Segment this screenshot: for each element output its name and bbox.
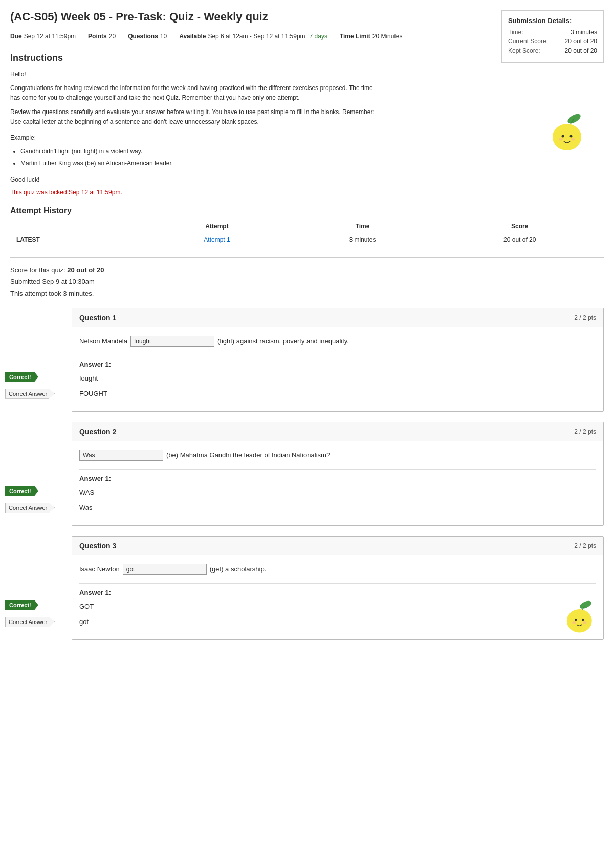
question-1-input[interactable] — [130, 336, 214, 347]
question-3-answer-block: Correct! GOT Correct Answer got — [79, 600, 596, 628]
question-3-correct-answer-badge: Correct Answer — [5, 617, 55, 627]
submission-details-panel: Submission Details: Time: 3 minutes Curr… — [501, 10, 604, 63]
question-2-after: (be) Mahatma Gandhi the leader of Indian… — [166, 451, 330, 459]
question-2-pts: 2 / 2 pts — [574, 428, 596, 435]
meta-available-value: Sep 6 at 12am - Sep 12 at 11:59pm — [208, 33, 305, 40]
submission-current-score-row: Current Score: 20 out of 20 — [508, 38, 597, 45]
meta-time-limit-value: 20 Minutes — [372, 33, 403, 40]
svg-point-2 — [553, 124, 581, 150]
question-3-fill-blank: Isaac Newton (get) a scholarship. — [79, 564, 596, 575]
submission-time-value: 3 minutes — [571, 29, 597, 36]
attempt-table-header-row: Attempt Time Score — [10, 219, 604, 233]
submission-time-label: Time: — [508, 29, 523, 36]
svg-point-3 — [562, 135, 564, 138]
col-header-empty — [10, 219, 144, 233]
attempt-link-cell[interactable]: Attempt 1 — [144, 233, 289, 247]
question-1-header: Question 1 2 / 2 pts — [72, 308, 603, 327]
question-3-badge-area: Correct! — [5, 600, 38, 613]
submission-details-heading: Submission Details: — [508, 17, 597, 25]
attempt-score-cell: 20 out of 20 — [435, 233, 604, 247]
question-2-input[interactable] — [79, 450, 163, 461]
col-header-attempt: Attempt — [144, 219, 289, 233]
meta-due-label: Due — [10, 33, 22, 40]
attempt-history-section: Attempt History Attempt Time Score LATES… — [10, 206, 604, 247]
example-item-2: Martin Luther King was (be) an African-A… — [20, 159, 379, 168]
question-1-correct-answer-value: FOUGHT — [79, 390, 107, 397]
question-3-correct-answer-value: got — [79, 618, 89, 626]
instructions-para2: Review the questions carefully and evalu… — [10, 107, 379, 127]
lemon-character-bottom — [562, 598, 598, 634]
meta-points-value: 20 — [109, 33, 116, 40]
instructions-section: Instructions Hello! Congratulations for … — [10, 53, 604, 196]
question-1-correct-answer-line: Correct Answer FOUGHT — [79, 388, 596, 400]
question-2-correct-answer-line: Correct Answer Was — [79, 502, 596, 514]
question-2-correct-answer-badge-area: Correct Answer — [5, 503, 55, 513]
question-1-after: (fight) against racism, poverty and ineq… — [217, 337, 349, 345]
submission-kept-score-value: 20 out of 20 — [565, 47, 597, 54]
question-1-body: Nelson Mandela (fight) against racism, p… — [72, 327, 603, 411]
svg-point-6 — [571, 138, 575, 141]
question-3-after: (get) a scholarship. — [210, 565, 267, 573]
question-2-body: (be) Mahatma Gandhi the leader of Indian… — [72, 441, 603, 525]
question-3-input[interactable] — [123, 564, 207, 575]
question-2-correct-badge: Correct! — [5, 486, 38, 496]
locked-note: This quiz was locked Sep 12 at 11:59pm. — [10, 189, 604, 196]
attempt-row: LATEST Attempt 1 3 minutes 20 out of 20 — [10, 233, 604, 247]
svg-point-11 — [582, 619, 584, 621]
score-summary: Score for this quiz: 20 out of 20 Submit… — [10, 257, 604, 300]
questions-container: Question 1 2 / 2 pts Nelson Mandela (fig… — [72, 308, 604, 640]
meta-due-value: Sep 12 at 11:59pm — [24, 33, 76, 40]
question-2-correct-answer-badge: Correct Answer — [5, 503, 55, 513]
submission-kept-score-row: Kept Score: 20 out of 20 — [508, 47, 597, 54]
instructions-para1: Congratulations for having reviewed the … — [10, 83, 379, 103]
question-1-answer-label: Answer 1: — [79, 355, 596, 368]
question-1-correct-answer-badge: Correct Answer — [5, 389, 55, 399]
question-3-correct-answer-badge-area: Correct Answer — [5, 617, 55, 627]
question-2-header: Question 2 2 / 2 pts — [72, 422, 603, 441]
svg-point-4 — [570, 135, 573, 138]
meta-points: Points 20 — [88, 33, 116, 40]
question-2-title: Question 2 — [79, 428, 116, 436]
svg-point-7 — [579, 599, 593, 610]
duration-line: This attempt took 3 minutes. — [10, 287, 604, 299]
attempt-1-link[interactable]: Attempt 1 — [204, 236, 230, 243]
question-1-block: Question 1 2 / 2 pts Nelson Mandela (fig… — [72, 308, 604, 412]
question-1-correct-badge: Correct! — [5, 372, 38, 382]
question-2-block: Question 2 2 / 2 pts (be) Mahatma Gandhi… — [72, 422, 604, 526]
meta-due: Due Sep 12 at 11:59pm — [10, 33, 76, 40]
meta-available-days: 7 days — [310, 33, 327, 40]
question-1-student-answer: fought — [79, 374, 98, 382]
example-list: Gandhi didn't fight (not fight) in a vio… — [10, 147, 379, 168]
question-2-correct-line: Correct! WAS — [79, 486, 596, 499]
question-3-before: Isaac Newton — [79, 565, 120, 573]
meta-points-label: Points — [88, 33, 107, 40]
question-2-student-answer: WAS — [79, 488, 94, 496]
lemon-character-top — [547, 113, 588, 153]
attempt-history-title: Attempt History — [10, 206, 604, 215]
example-label: Example: — [10, 133, 379, 143]
instructions-content: Hello! Congratulations for having review… — [10, 70, 379, 185]
meta-time-limit: Time Limit 20 Minutes — [340, 33, 403, 40]
question-3-title: Question 3 — [79, 542, 116, 550]
question-3-block: Question 3 2 / 2 pts Isaac Newton (get) … — [72, 536, 604, 640]
submitted-line: Submitted Sep 9 at 10:30am — [10, 276, 604, 287]
meta-questions-label: Questions — [128, 33, 158, 40]
question-1-correct-line: Correct! fought — [79, 372, 596, 385]
question-1-title: Question 1 — [79, 314, 116, 322]
good-luck: Good luck! — [10, 175, 379, 185]
svg-point-10 — [575, 619, 577, 621]
submission-current-score-label: Current Score: — [508, 38, 548, 45]
attempt-time-cell: 3 minutes — [290, 233, 436, 247]
question-3-student-answer: GOT — [79, 603, 94, 610]
question-3-pts: 2 / 2 pts — [574, 542, 596, 549]
question-2-answer-label: Answer 1: — [79, 469, 596, 482]
score-value: 20 out of 20 — [67, 266, 104, 274]
question-2-correct-answer-value: Was — [79, 504, 93, 511]
meta-available-label: Available — [179, 33, 206, 40]
question-3-body: Isaac Newton (get) a scholarship. Answer… — [72, 555, 603, 639]
question-1-fill-blank: Nelson Mandela (fight) against racism, p… — [79, 336, 596, 347]
svg-point-13 — [583, 621, 586, 624]
svg-point-12 — [572, 621, 576, 624]
meta-available: Available Sep 6 at 12am - Sep 12 at 11:5… — [179, 33, 327, 40]
score-text: Score for this quiz: — [10, 266, 65, 274]
